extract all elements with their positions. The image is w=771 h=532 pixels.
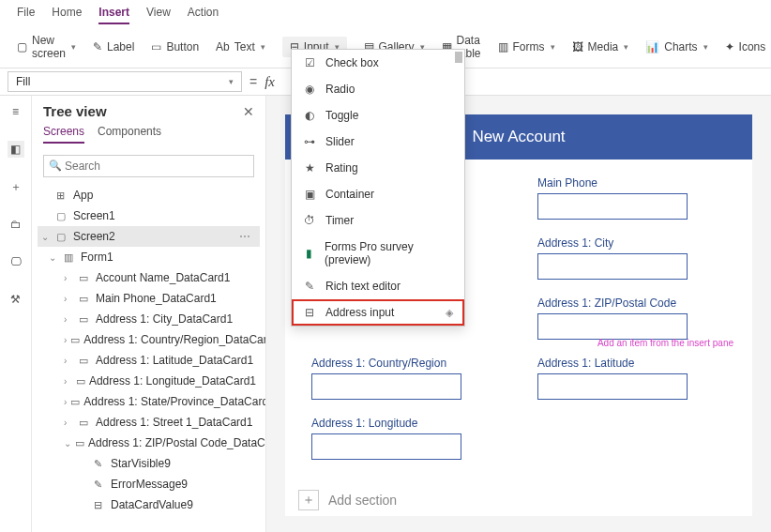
text-icon: Ab bbox=[216, 40, 230, 53]
star-icon: ★ bbox=[303, 161, 316, 175]
more-icon[interactable]: ⋯ bbox=[239, 230, 256, 243]
layers-icon[interactable]: ◧ bbox=[8, 141, 24, 158]
text-button[interactable]: AbText▾ bbox=[216, 40, 265, 53]
menu-bar: File Home Insert View Action bbox=[0, 0, 771, 28]
tree-panel: Tree view ✕ Screens Components 🔍 ⊞App ▢S… bbox=[32, 96, 266, 532]
address-icon: ⊟ bbox=[303, 306, 316, 319]
field-label-lon: Address 1: Longitude bbox=[311, 417, 500, 430]
menu-timer[interactable]: ⏱Timer bbox=[292, 207, 464, 234]
add-section[interactable]: ＋ Add section bbox=[298, 490, 397, 510]
radio-icon: ◉ bbox=[303, 83, 316, 96]
tree-card[interactable]: ›▭Address 1: Latitude_DataCard1 bbox=[38, 350, 260, 371]
chevron-down-icon: ▾ bbox=[703, 42, 708, 52]
slider-icon: ⊶ bbox=[303, 135, 316, 148]
charts-button[interactable]: 📊Charts▾ bbox=[645, 40, 707, 53]
field-input-phone[interactable] bbox=[537, 193, 688, 220]
menu-action[interactable]: Action bbox=[188, 6, 219, 24]
input-dropdown-menu: ☑Check box ◉Radio ◐Toggle ⊶Slider ★Ratin… bbox=[291, 49, 465, 327]
search-icon: 🔍 bbox=[49, 160, 62, 172]
timer-icon: ⏱ bbox=[303, 214, 316, 227]
media-icon: 🖼 bbox=[572, 40, 583, 53]
chevron-down-icon: ▾ bbox=[261, 42, 265, 52]
equals-label: = bbox=[249, 74, 257, 89]
tree-view-icon[interactable]: ≡ bbox=[8, 103, 24, 120]
scrollbar[interactable] bbox=[455, 52, 462, 63]
plus-icon: ＋ bbox=[298, 490, 319, 510]
tab-screens[interactable]: Screens bbox=[43, 125, 84, 144]
tree-datacardvalue[interactable]: ⊟DataCardValue9 bbox=[38, 494, 260, 515]
tree: ⊞App ▢Screen1 ⌄▢Screen2⋯ ⌄▥Form1 ›▭Accou… bbox=[38, 185, 260, 515]
tree-errormessage[interactable]: ✎ErrorMessage9 bbox=[38, 474, 260, 494]
menu-checkbox[interactable]: ☑Check box bbox=[292, 50, 464, 76]
tree-card[interactable]: ›▭Account Name_DataCard1 bbox=[38, 267, 260, 288]
new-screen-button[interactable]: ▢New screen▾ bbox=[17, 34, 76, 60]
field-label-zip: Address 1: ZIP/Postal Code bbox=[537, 296, 726, 310]
media-rail-icon[interactable]: 🖵 bbox=[8, 253, 24, 270]
search-input[interactable] bbox=[43, 155, 254, 177]
chevron-down-icon: ▾ bbox=[71, 42, 76, 52]
tree-screen1[interactable]: ▢Screen1 bbox=[38, 205, 260, 226]
forms-icon: ▥ bbox=[498, 40, 508, 53]
button-icon: ▭ bbox=[151, 40, 161, 53]
field-label-city: Address 1: City bbox=[537, 236, 726, 250]
icons-button[interactable]: ✦Icons bbox=[725, 40, 766, 53]
tree-screen2[interactable]: ⌄▢Screen2⋯ bbox=[38, 226, 260, 247]
chevron-down-icon: ▾ bbox=[551, 42, 555, 52]
field-input-city[interactable] bbox=[537, 253, 688, 280]
tree-form1[interactable]: ⌄▥Form1 bbox=[38, 247, 260, 267]
tree-starvisible[interactable]: ✎StarVisible9 bbox=[38, 453, 260, 474]
menu-container[interactable]: ▣Container bbox=[292, 181, 464, 207]
field-label-phone: Main Phone bbox=[537, 176, 726, 190]
left-rail: ≡ ◧ ＋ 🗀 🖵 ⚒ bbox=[0, 96, 32, 532]
menu-insert[interactable]: Insert bbox=[98, 6, 129, 24]
menu-rich-text[interactable]: ✎Rich text editor bbox=[292, 273, 464, 299]
toggle-icon: ◐ bbox=[303, 109, 316, 122]
media-button[interactable]: 🖼Media▾ bbox=[572, 40, 629, 53]
menu-home[interactable]: Home bbox=[52, 6, 82, 24]
container-icon: ▣ bbox=[303, 188, 316, 201]
field-label-lat: Address 1: Latitude bbox=[537, 357, 726, 370]
menu-address-input[interactable]: ⊟Address input◈ bbox=[292, 299, 464, 326]
forms-button[interactable]: ▥Forms▾ bbox=[498, 40, 555, 53]
new-screen-icon: ▢ bbox=[17, 40, 27, 53]
tree-card[interactable]: ›▭Address 1: Street 1_DataCard1 bbox=[38, 412, 260, 433]
fx-label: fx bbox=[265, 74, 275, 90]
tree-card[interactable]: ›▭Address 1: Longitude_DataCard1 bbox=[38, 371, 260, 391]
field-input-lon[interactable] bbox=[311, 433, 461, 460]
menu-file[interactable]: File bbox=[17, 6, 35, 24]
tree-card[interactable]: ›▭Main Phone_DataCard1 bbox=[38, 288, 260, 309]
menu-slider[interactable]: ⊶Slider bbox=[292, 129, 464, 155]
menu-view[interactable]: View bbox=[146, 6, 171, 24]
close-icon[interactable]: ✕ bbox=[243, 104, 254, 119]
insert-hint: Add an item from the insert pane bbox=[597, 338, 733, 348]
chevron-down-icon: ▾ bbox=[229, 77, 234, 86]
property-dropdown[interactable]: Fill▾ bbox=[8, 71, 242, 92]
label-button[interactable]: ✎Label bbox=[93, 40, 134, 53]
field-label-country: Address 1: Country/Region bbox=[311, 357, 500, 370]
menu-forms-pro[interactable]: ▮Forms Pro survey (preview) bbox=[292, 234, 464, 273]
field-input-lat[interactable] bbox=[537, 373, 688, 400]
advanced-icon[interactable]: ⚒ bbox=[8, 291, 24, 308]
tree-app[interactable]: ⊞App bbox=[38, 185, 260, 205]
premium-icon: ◈ bbox=[446, 307, 453, 319]
rich-text-icon: ✎ bbox=[303, 280, 316, 293]
field-input-zip[interactable] bbox=[537, 313, 688, 340]
data-icon[interactable]: 🗀 bbox=[8, 216, 24, 233]
forms-pro-icon: ▮ bbox=[303, 247, 315, 260]
field-input-country[interactable] bbox=[311, 373, 461, 400]
checkbox-icon: ☑ bbox=[303, 56, 316, 69]
tree-title: Tree view bbox=[43, 103, 107, 119]
menu-rating[interactable]: ★Rating bbox=[292, 155, 464, 181]
tree-card[interactable]: ⌄▭Address 1: ZIP/Postal Code_DataCard1 bbox=[38, 433, 260, 453]
button-button[interactable]: ▭Button bbox=[151, 40, 199, 53]
tree-card[interactable]: ›▭Address 1: City_DataCard1 bbox=[38, 309, 260, 329]
tree-card[interactable]: ›▭Address 1: Country/Region_DataCard1 bbox=[38, 329, 260, 350]
icons-icon: ✦ bbox=[725, 40, 734, 53]
tab-components[interactable]: Components bbox=[98, 125, 161, 144]
label-icon: ✎ bbox=[93, 40, 102, 53]
menu-toggle[interactable]: ◐Toggle bbox=[292, 102, 464, 129]
menu-radio[interactable]: ◉Radio bbox=[292, 76, 464, 102]
tree-card[interactable]: ›▭Address 1: State/Province_DataCard1 bbox=[38, 391, 260, 412]
charts-icon: 📊 bbox=[645, 40, 659, 53]
add-icon[interactable]: ＋ bbox=[8, 178, 24, 195]
